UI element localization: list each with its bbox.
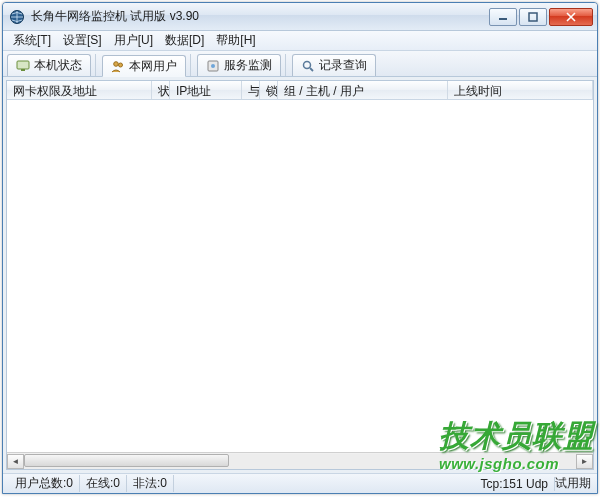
tab-label: 记录查询 xyxy=(319,57,367,74)
status-online: 在线:0 xyxy=(80,475,127,492)
svg-line-10 xyxy=(310,68,313,71)
maximize-button[interactable] xyxy=(519,8,547,26)
scroll-left-button[interactable]: ◄ xyxy=(7,454,24,469)
menu-data[interactable]: 数据[D] xyxy=(159,31,210,50)
status-users-total: 用户总数:0 xyxy=(9,475,80,492)
svg-point-9 xyxy=(304,61,311,68)
column-header-row: 网卡权限及地址 状 IP地址 与 锁 组 / 主机 / 用户 上线时间 xyxy=(7,81,593,100)
scroll-right-button[interactable]: ► xyxy=(576,454,593,469)
scroll-track[interactable] xyxy=(24,454,576,469)
monitor-icon xyxy=(16,59,30,73)
app-icon xyxy=(9,9,25,25)
users-icon xyxy=(111,59,125,73)
status-tcp-udp: Tcp:151 Udp xyxy=(475,477,555,491)
user-list-body[interactable] xyxy=(7,100,593,452)
column-header-with[interactable]: 与 xyxy=(242,81,260,99)
column-header-ip[interactable]: IP地址 xyxy=(170,81,242,99)
tab-separator xyxy=(95,54,98,76)
svg-rect-3 xyxy=(17,61,29,69)
status-illegal: 非法:0 xyxy=(127,475,174,492)
menu-users[interactable]: 用户[U] xyxy=(108,31,159,50)
tab-label: 服务监测 xyxy=(224,57,272,74)
tab-local-status[interactable]: 本机状态 xyxy=(7,54,91,76)
tab-bar: 本机状态 本网用户 服务监测 记录查询 xyxy=(3,51,597,77)
column-header-nic[interactable]: 网卡权限及地址 xyxy=(7,81,152,99)
column-header-group[interactable]: 组 / 主机 / 用户 xyxy=(278,81,448,99)
column-header-online-time[interactable]: 上线时间 xyxy=(448,81,593,99)
menu-bar: 系统[T] 设置[S] 用户[U] 数据[D] 帮助[H] xyxy=(3,31,597,51)
svg-rect-2 xyxy=(529,13,537,21)
tab-label: 本机状态 xyxy=(34,57,82,74)
minimize-button[interactable] xyxy=(489,8,517,26)
svg-rect-1 xyxy=(499,18,507,20)
status-trial: 试用期 xyxy=(555,475,591,492)
service-icon xyxy=(206,59,220,73)
svg-point-5 xyxy=(114,62,119,67)
tab-network-users[interactable]: 本网用户 xyxy=(102,55,186,77)
title-bar[interactable]: 长角牛网络监控机 试用版 v3.90 xyxy=(3,3,597,31)
tab-label: 本网用户 xyxy=(129,58,177,75)
close-button[interactable] xyxy=(549,8,593,26)
search-icon xyxy=(301,59,315,73)
status-bar: 用户总数:0 在线:0 非法:0 Tcp:151 Udp 试用期 xyxy=(3,473,597,493)
tab-service-monitor[interactable]: 服务监测 xyxy=(197,54,281,76)
svg-point-8 xyxy=(211,64,215,68)
tab-separator xyxy=(285,54,288,76)
content-area: 网卡权限及地址 状 IP地址 与 锁 组 / 主机 / 用户 上线时间 ◄ ► xyxy=(6,80,594,470)
app-window: 长角牛网络监控机 试用版 v3.90 系统[T] 设置[S] 用户[U] 数据[… xyxy=(2,2,598,494)
svg-rect-4 xyxy=(21,69,25,71)
menu-settings[interactable]: 设置[S] xyxy=(57,31,108,50)
column-header-status[interactable]: 状 xyxy=(152,81,170,99)
column-header-lock[interactable]: 锁 xyxy=(260,81,278,99)
tab-record-query[interactable]: 记录查询 xyxy=(292,54,376,76)
menu-system[interactable]: 系统[T] xyxy=(7,31,57,50)
window-buttons xyxy=(487,8,593,26)
scroll-thumb[interactable] xyxy=(24,454,229,467)
tab-separator xyxy=(190,54,193,76)
window-title: 长角牛网络监控机 试用版 v3.90 xyxy=(31,8,487,25)
svg-point-6 xyxy=(119,63,123,67)
menu-help[interactable]: 帮助[H] xyxy=(210,31,261,50)
horizontal-scrollbar[interactable]: ◄ ► xyxy=(7,452,593,469)
